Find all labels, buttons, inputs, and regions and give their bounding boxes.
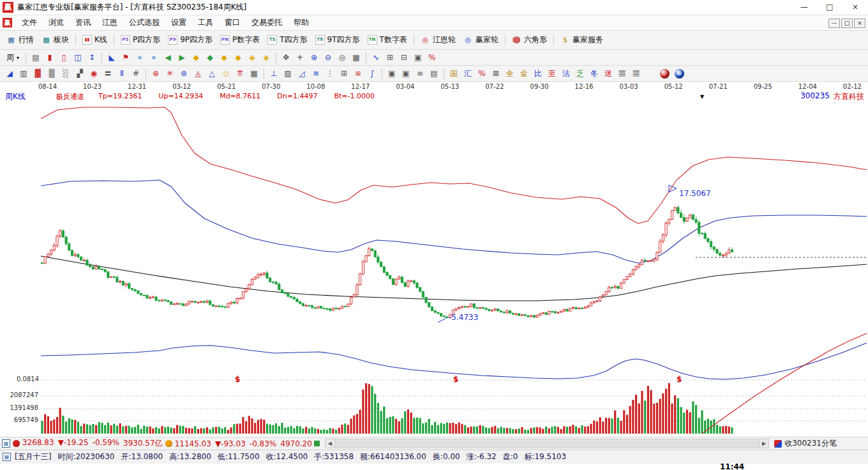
diamond-outline-icon[interactable]: ◇: [220, 68, 232, 80]
prev-bar-icon[interactable]: ◀: [161, 52, 174, 64]
cn-tool-1-icon[interactable]: 国: [447, 68, 460, 80]
red-ball-icon[interactable]: [660, 69, 670, 79]
fax-grid-icon[interactable]: ⊞: [338, 68, 350, 80]
tool-hexagon-button[interactable]: 六角形: [508, 33, 551, 47]
triangle-outline-icon[interactable]: △: [206, 68, 218, 80]
scroll-right-button[interactable]: ▶: [759, 439, 768, 448]
menu-item-8[interactable]: 窗口: [219, 15, 246, 30]
squiggle-icon[interactable]: ∫: [366, 68, 378, 80]
cn-tool-12-icon[interactable]: 噩: [630, 68, 643, 80]
fill-brush-icon[interactable]: ◢: [3, 68, 16, 80]
next-bar-icon[interactable]: ▶: [176, 52, 188, 64]
menu-item-10[interactable]: 帮助: [288, 15, 315, 30]
last-bar-icon[interactable]: »: [147, 52, 160, 64]
cn-tool-5-icon[interactable]: 比: [532, 68, 544, 80]
menu-item-7[interactable]: 工具: [192, 15, 219, 30]
gann-fan-icon[interactable]: ✳: [163, 68, 176, 80]
vertical-dots-icon[interactable]: ⋮: [324, 68, 336, 80]
zoom-in-icon[interactable]: ⊕: [308, 52, 320, 64]
cn-tool-2-icon[interactable]: 汇: [461, 68, 474, 80]
cn-tool-11-icon[interactable]: 噩: [616, 68, 629, 80]
period-selector[interactable]: 周 ▾: [3, 51, 23, 64]
flag-marker-icon[interactable]: ⚑: [119, 52, 132, 64]
menu-item-9[interactable]: 交易委托: [246, 15, 288, 30]
diamond-tool-1-icon[interactable]: ◆: [190, 52, 202, 64]
roman-two-icon[interactable]: Ⅱ: [116, 68, 128, 80]
kline-chart[interactable]: $$$17.5067-5.4733: [0, 102, 868, 437]
shaded-box-icon[interactable]: ▨: [281, 68, 294, 80]
close-box-icon[interactable]: ⊠: [490, 68, 502, 80]
trend-line-icon[interactable]: ◣: [105, 52, 118, 64]
crosshair-icon[interactable]: +: [294, 52, 306, 64]
close-button[interactable]: ×: [842, 0, 868, 15]
double-line-icon[interactable]: 〓: [101, 68, 114, 80]
menu-item-2[interactable]: 浏览: [43, 15, 70, 30]
scroll-left-button[interactable]: ◀: [326, 439, 335, 448]
mdi-close-button[interactable]: ×: [854, 19, 865, 28]
shanghai-index[interactable]: 3268.83 ▼-19.25 -0.59% 3930.57亿: [22, 438, 163, 449]
pattern-medium-icon[interactable]: ▒: [45, 68, 58, 80]
tool-t-square-button[interactable]: TST四方形: [264, 33, 311, 47]
blue-ball-icon[interactable]: ∞: [675, 69, 684, 79]
chart-scrollbar[interactable]: ◀ ▶: [325, 439, 769, 448]
double-arrow-up-icon[interactable]: ⇈: [234, 68, 246, 80]
cn-tool-6-icon[interactable]: 至: [546, 68, 558, 80]
wave-lines-icon[interactable]: ≋: [310, 68, 322, 80]
scrollbar-thumb[interactable]: [335, 439, 759, 448]
tool-winner-service-button[interactable]: $赢家服务: [557, 33, 607, 47]
calculator-icon[interactable]: ▦: [350, 52, 363, 64]
report-icon[interactable]: ▤: [428, 68, 440, 80]
board-layout-icon[interactable]: ▤: [29, 52, 42, 64]
gann-circle-icon[interactable]: ⊕: [149, 68, 162, 80]
tool-p-number-button[interactable]: PNP数字表: [216, 33, 264, 47]
tool-sectors-button[interactable]: ▩板块: [38, 33, 73, 47]
cn-tool-10-icon[interactable]: 迷: [602, 68, 615, 80]
menu-item-5[interactable]: 公式选股: [123, 15, 165, 30]
tool-9t-square-button[interactable]: T99T四方形: [311, 33, 364, 47]
tool-kline-button[interactable]: ▮▮K线: [79, 33, 111, 47]
magnifier-icon[interactable]: ◎: [336, 52, 348, 64]
cn-tool-8-icon[interactable]: 乏: [574, 68, 587, 80]
tool-t-number-button[interactable]: TNT数字表: [364, 33, 411, 47]
grid-hash-icon[interactable]: #: [130, 68, 142, 80]
list-icon[interactable]: ≡: [414, 68, 426, 80]
tick-data-label[interactable]: 收300231分笔: [784, 438, 837, 449]
matrix-grid-icon[interactable]: ▦: [248, 68, 260, 80]
cn-tool-4-icon[interactable]: 金: [518, 68, 530, 80]
menu-item-4[interactable]: 江恩: [96, 15, 123, 30]
first-bar-icon[interactable]: «: [133, 52, 146, 64]
tool-quotes-button[interactable]: ▦行情: [3, 33, 38, 47]
bar-chart-icon[interactable]: ◫: [71, 52, 84, 64]
cn-tool-9-icon[interactable]: 冬: [588, 68, 601, 80]
minimize-button[interactable]: —: [791, 0, 817, 15]
candle-hollow-icon[interactable]: ▯: [57, 52, 70, 64]
mdi-restore-button[interactable]: □: [841, 19, 853, 28]
pattern-light-icon[interactable]: ░: [59, 68, 72, 80]
wave-chart-icon[interactable]: ∿: [370, 52, 382, 64]
triangle-dot-icon[interactable]: ◬: [191, 68, 204, 80]
menu-item-3[interactable]: 资讯: [70, 15, 96, 30]
percent-icon[interactable]: %: [475, 68, 488, 80]
menu-item-1[interactable]: 文件: [16, 15, 43, 30]
angle-base-icon[interactable]: ⊥: [267, 68, 280, 80]
status-grid-icon[interactable]: ▦: [3, 453, 11, 461]
gann-wheel-small-icon[interactable]: ⊛: [177, 68, 190, 80]
tool-p-square-button[interactable]: PSP四方形: [117, 33, 164, 47]
zoom-out-icon[interactable]: ⊖: [322, 52, 334, 64]
grid-window-icon[interactable]: ⊞: [384, 52, 396, 64]
diamond-tool-3-icon[interactable]: ◆: [218, 52, 230, 64]
diamond-tool-4-icon[interactable]: ◆: [232, 52, 244, 64]
cn-tool-7-icon[interactable]: 法: [560, 68, 572, 80]
split-window-icon[interactable]: ⊟: [398, 52, 410, 64]
mdi-minimize-button[interactable]: —: [828, 19, 840, 28]
chart-area[interactable]: $$$17.5067-5.4733 0.0814 2087247 1391498…: [0, 102, 868, 437]
pan-hand-icon[interactable]: ✥: [280, 52, 292, 64]
diamond-tool-2-icon[interactable]: ◆: [204, 52, 216, 64]
tool-9p-square-button[interactable]: P99P四方形: [164, 33, 216, 47]
tool-gann-wheel-button[interactable]: ◎江恩轮: [417, 33, 460, 47]
tool-winner-wheel-button[interactable]: ◎赢家轮: [460, 33, 502, 47]
quote-list-icon[interactable]: ▦: [2, 439, 10, 448]
maximize-button[interactable]: □: [817, 0, 842, 15]
pattern-diag-icon[interactable]: ▞: [73, 68, 86, 80]
save-layout-icon[interactable]: ▣: [412, 52, 424, 64]
